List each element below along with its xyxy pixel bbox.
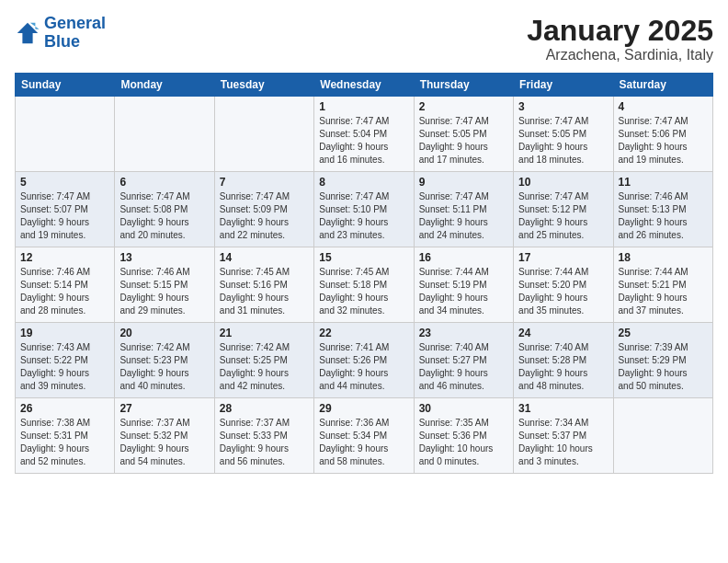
cell-w2-d0: 12Sunrise: 7:46 AM Sunset: 5:14 PM Dayli…	[16, 247, 115, 323]
cell-w0-d0	[16, 97, 115, 172]
day-number: 3	[518, 100, 608, 113]
cell-w2-d6: 18Sunrise: 7:44 AM Sunset: 5:21 PM Dayli…	[613, 247, 712, 323]
calendar-title: January 2025	[527, 15, 713, 47]
week-row-4: 26Sunrise: 7:38 AM Sunset: 5:31 PM Dayli…	[16, 398, 713, 474]
week-row-2: 12Sunrise: 7:46 AM Sunset: 5:14 PM Dayli…	[16, 247, 713, 323]
day-number: 7	[220, 176, 309, 189]
cell-w4-d1: 27Sunrise: 7:37 AM Sunset: 5:32 PM Dayli…	[115, 398, 214, 474]
day-info: Sunrise: 7:46 AM Sunset: 5:13 PM Dayligh…	[619, 190, 708, 242]
day-number: 20	[119, 327, 209, 339]
cell-w3-d3: 22Sunrise: 7:41 AM Sunset: 5:26 PM Dayli…	[314, 323, 414, 398]
logo-text: General Blue	[44, 15, 106, 52]
cell-w0-d1	[115, 97, 214, 172]
day-number: 21	[220, 327, 309, 339]
day-number: 2	[419, 100, 508, 113]
day-info: Sunrise: 7:45 AM Sunset: 5:16 PM Dayligh…	[220, 266, 309, 317]
day-number: 13	[119, 251, 209, 264]
day-info: Sunrise: 7:47 AM Sunset: 5:09 PM Dayligh…	[220, 190, 309, 242]
cell-w0-d5: 3Sunrise: 7:47 AM Sunset: 5:05 PM Daylig…	[514, 97, 613, 172]
day-info: Sunrise: 7:47 AM Sunset: 5:05 PM Dayligh…	[419, 115, 508, 167]
calendar-subtitle: Arzachena, Sardinia, Italy	[527, 47, 713, 63]
day-number: 26	[20, 402, 109, 415]
cell-w1-d4: 9Sunrise: 7:47 AM Sunset: 5:11 PM Daylig…	[414, 172, 513, 247]
cell-w0-d6: 4Sunrise: 7:47 AM Sunset: 5:06 PM Daylig…	[613, 97, 712, 172]
cell-w2-d5: 17Sunrise: 7:44 AM Sunset: 5:20 PM Dayli…	[514, 247, 613, 323]
cell-w3-d6: 25Sunrise: 7:39 AM Sunset: 5:29 PM Dayli…	[613, 323, 712, 398]
day-info: Sunrise: 7:38 AM Sunset: 5:31 PM Dayligh…	[20, 417, 109, 468]
cell-w1-d5: 10Sunrise: 7:47 AM Sunset: 5:12 PM Dayli…	[514, 172, 613, 247]
cell-w1-d0: 5Sunrise: 7:47 AM Sunset: 5:07 PM Daylig…	[16, 172, 115, 247]
cell-w2-d1: 13Sunrise: 7:46 AM Sunset: 5:15 PM Dayli…	[115, 247, 214, 323]
cell-w4-d3: 29Sunrise: 7:36 AM Sunset: 5:34 PM Dayli…	[314, 398, 414, 474]
cell-w2-d2: 14Sunrise: 7:45 AM Sunset: 5:16 PM Dayli…	[214, 247, 313, 323]
day-number: 6	[119, 176, 209, 189]
day-info: Sunrise: 7:36 AM Sunset: 5:34 PM Dayligh…	[319, 417, 408, 468]
week-row-1: 5Sunrise: 7:47 AM Sunset: 5:07 PM Daylig…	[16, 172, 713, 247]
day-info: Sunrise: 7:34 AM Sunset: 5:37 PM Dayligh…	[518, 417, 608, 468]
day-number: 23	[419, 327, 508, 339]
day-number: 19	[20, 327, 109, 339]
page: General Blue January 2025 Arzachena, Sar…	[0, 0, 728, 483]
day-number: 12	[20, 251, 109, 264]
day-number: 31	[518, 402, 608, 415]
day-info: Sunrise: 7:47 AM Sunset: 5:12 PM Dayligh…	[518, 190, 608, 242]
title-block: January 2025 Arzachena, Sardinia, Italy	[527, 15, 713, 63]
day-info: Sunrise: 7:40 AM Sunset: 5:27 PM Dayligh…	[419, 341, 508, 393]
day-number: 28	[220, 402, 309, 415]
cell-w4-d5: 31Sunrise: 7:34 AM Sunset: 5:37 PM Dayli…	[514, 398, 613, 474]
day-number: 14	[220, 251, 309, 264]
cell-w4-d4: 30Sunrise: 7:35 AM Sunset: 5:36 PM Dayli…	[414, 398, 513, 474]
day-number: 1	[319, 100, 408, 113]
cell-w1-d1: 6Sunrise: 7:47 AM Sunset: 5:08 PM Daylig…	[115, 172, 214, 247]
day-info: Sunrise: 7:37 AM Sunset: 5:33 PM Dayligh…	[220, 417, 309, 468]
week-row-3: 19Sunrise: 7:43 AM Sunset: 5:22 PM Dayli…	[16, 323, 713, 398]
cell-w3-d1: 20Sunrise: 7:42 AM Sunset: 5:23 PM Dayli…	[115, 323, 214, 398]
day-info: Sunrise: 7:47 AM Sunset: 5:08 PM Dayligh…	[119, 190, 209, 242]
day-number: 24	[518, 327, 608, 339]
logo-line2: Blue	[44, 32, 80, 51]
day-info: Sunrise: 7:47 AM Sunset: 5:10 PM Dayligh…	[319, 190, 408, 242]
day-number: 30	[419, 402, 508, 415]
header-thursday: Thursday	[414, 74, 513, 97]
header-friday: Friday	[514, 74, 613, 97]
cell-w3-d0: 19Sunrise: 7:43 AM Sunset: 5:22 PM Dayli…	[16, 323, 115, 398]
cell-w2-d4: 16Sunrise: 7:44 AM Sunset: 5:19 PM Dayli…	[414, 247, 513, 323]
day-number: 22	[319, 327, 408, 339]
day-info: Sunrise: 7:41 AM Sunset: 5:26 PM Dayligh…	[319, 341, 408, 393]
day-info: Sunrise: 7:47 AM Sunset: 5:07 PM Dayligh…	[20, 190, 109, 242]
day-number: 29	[319, 402, 408, 415]
cell-w0-d3: 1Sunrise: 7:47 AM Sunset: 5:04 PM Daylig…	[314, 97, 414, 172]
day-number: 25	[619, 327, 708, 339]
day-info: Sunrise: 7:46 AM Sunset: 5:15 PM Dayligh…	[119, 266, 209, 317]
logo-icon	[15, 20, 40, 46]
day-info: Sunrise: 7:44 AM Sunset: 5:21 PM Dayligh…	[619, 266, 708, 317]
header: General Blue January 2025 Arzachena, Sar…	[15, 15, 713, 63]
day-number: 18	[619, 251, 708, 264]
day-info: Sunrise: 7:47 AM Sunset: 5:05 PM Dayligh…	[518, 115, 608, 167]
day-number: 5	[20, 176, 109, 189]
cell-w0-d4: 2Sunrise: 7:47 AM Sunset: 5:05 PM Daylig…	[414, 97, 513, 172]
calendar-table: Sunday Monday Tuesday Wednesday Thursday…	[15, 73, 713, 474]
cell-w1-d6: 11Sunrise: 7:46 AM Sunset: 5:13 PM Dayli…	[613, 172, 712, 247]
day-number: 4	[619, 100, 708, 113]
cell-w2-d3: 15Sunrise: 7:45 AM Sunset: 5:18 PM Dayli…	[314, 247, 414, 323]
day-info: Sunrise: 7:47 AM Sunset: 5:04 PM Dayligh…	[319, 115, 408, 167]
header-monday: Monday	[115, 74, 214, 97]
day-number: 8	[319, 176, 408, 189]
day-info: Sunrise: 7:39 AM Sunset: 5:29 PM Dayligh…	[619, 341, 708, 393]
day-info: Sunrise: 7:46 AM Sunset: 5:14 PM Dayligh…	[20, 266, 109, 317]
day-info: Sunrise: 7:44 AM Sunset: 5:19 PM Dayligh…	[419, 266, 508, 317]
day-info: Sunrise: 7:40 AM Sunset: 5:28 PM Dayligh…	[518, 341, 608, 393]
day-info: Sunrise: 7:35 AM Sunset: 5:36 PM Dayligh…	[419, 417, 508, 468]
cell-w3-d5: 24Sunrise: 7:40 AM Sunset: 5:28 PM Dayli…	[514, 323, 613, 398]
day-number: 9	[419, 176, 508, 189]
day-number: 10	[518, 176, 608, 189]
day-info: Sunrise: 7:42 AM Sunset: 5:25 PM Dayligh…	[220, 341, 309, 393]
day-number: 17	[518, 251, 608, 264]
day-number: 11	[619, 176, 708, 189]
header-wednesday: Wednesday	[314, 74, 414, 97]
day-info: Sunrise: 7:37 AM Sunset: 5:32 PM Dayligh…	[119, 417, 209, 468]
day-info: Sunrise: 7:47 AM Sunset: 5:11 PM Dayligh…	[419, 190, 508, 242]
day-number: 27	[119, 402, 209, 415]
header-sunday: Sunday	[16, 74, 115, 97]
